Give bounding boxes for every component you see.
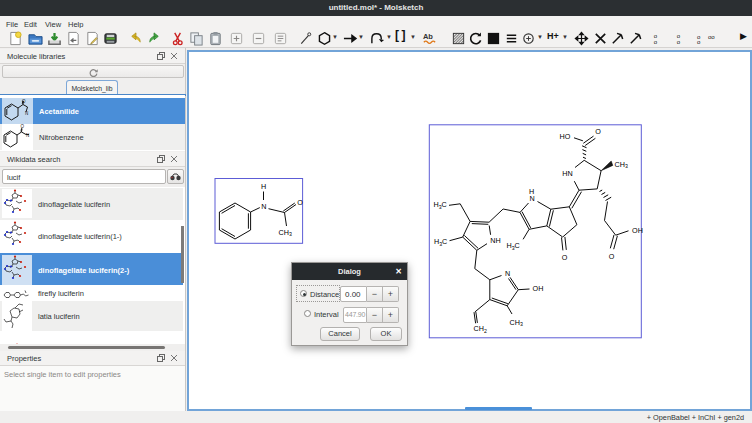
svg-text:o: o [697, 38, 701, 45]
svg-text:CH3: CH3 [279, 228, 292, 238]
svg-text:Ab: Ab [423, 32, 433, 41]
svg-text:N: N [505, 269, 510, 278]
svg-text:OH: OH [632, 226, 643, 235]
svg-text:N: N [261, 202, 266, 211]
svg-text:O: O [297, 198, 303, 207]
svg-text:H3C: H3C [434, 200, 447, 210]
svg-text:H: H [261, 182, 266, 191]
svg-text:O: O [609, 252, 615, 261]
svg-text:oo: oo [708, 33, 715, 40]
svg-text:HO: HO [560, 132, 571, 141]
svg-text:N: N [530, 194, 535, 203]
svg-text:o: o [653, 38, 657, 45]
svg-text:CH2: CH2 [474, 324, 487, 334]
svg-text:HN: HN [562, 169, 572, 178]
svg-text:CH3: CH3 [615, 160, 628, 170]
svg-text:o: o [677, 38, 681, 45]
svg-text:O: O [595, 127, 601, 136]
svg-text:NH: NH [490, 236, 500, 245]
svg-text:O: O [562, 253, 568, 262]
svg-text:N: N [26, 133, 29, 138]
svg-text:O: O [22, 99, 26, 104]
svg-text:H3C: H3C [434, 237, 447, 247]
svg-text:H3C: H3C [507, 241, 520, 251]
svg-text:OH: OH [533, 284, 544, 293]
svg-text:N: N [25, 111, 28, 116]
svg-text:CH3: CH3 [510, 318, 523, 328]
svg-text:O: O [21, 124, 25, 129]
